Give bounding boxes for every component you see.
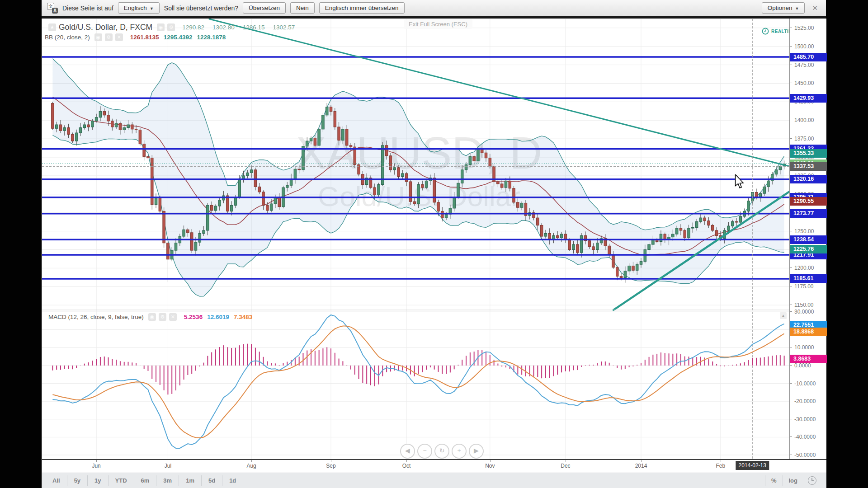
macd-tag-hist: 3.8683 [790, 355, 827, 363]
chevron-down-icon: ▼ [795, 6, 799, 11]
chart-nav-buttons: ◀−↻+▶ [400, 444, 484, 459]
ohlc-value: 1302.57 [273, 24, 295, 31]
gear-icon[interactable]: ⚙ [167, 23, 175, 31]
gear-icon[interactable]: ⚙ [159, 313, 166, 321]
time-axis-tick [96, 460, 97, 462]
price-tag-bbu: 1225.76 [790, 245, 827, 253]
eye-icon[interactable]: ◉ [157, 23, 165, 31]
pane-collapse-icon[interactable]: ▲ [780, 312, 787, 319]
price-axis-label: 1500.00 [790, 43, 814, 50]
star-icon[interactable]: ★ [48, 23, 56, 31]
bb-value: 1261.8135 [130, 34, 159, 41]
price-tag-level: 1273.77 [790, 209, 827, 218]
translate-icon: 文 A [47, 3, 58, 14]
reset-button[interactable]: ↻ [434, 444, 449, 459]
chart-app: XAUUSD, D Gold/U.S. Dollar ★ Gold/U.S. D… [42, 19, 826, 488]
mouse-cursor [735, 174, 745, 189]
macd-values: 5.253612.60197.3483 [179, 313, 252, 321]
macd-value: 5.2536 [184, 314, 203, 320]
bottom-toolbar: All5y1yYTD6m3m1m5d1d %log [42, 473, 826, 488]
time-axis-tick [566, 460, 566, 462]
price-tag-level: 1429.93 [790, 94, 827, 103]
zoom-out-button[interactable]: − [417, 444, 432, 459]
range-button-5y[interactable]: 5y [67, 475, 88, 486]
price-tag-level: 1485.70 [790, 53, 827, 61]
time-axis-month-label: Oct [402, 463, 411, 469]
gear-icon[interactable]: ⚙ [105, 33, 113, 41]
close-icon[interactable]: ✕ [169, 313, 177, 321]
time-axis-month-label: Nov [485, 463, 495, 469]
ohlc-value: 1302.80 [212, 24, 235, 31]
close-icon[interactable]: ✕ [809, 4, 821, 12]
macd-tag-signal: 18.8868 [790, 328, 827, 336]
always-translate-button[interactable]: Englisch immer übersetzen [319, 2, 405, 14]
price-axis-label: 1250.00 [790, 228, 814, 235]
macd-axis-label: -40.0000 [790, 434, 816, 440]
exit-fullscreen-tooltip: Exit Full Screen (ESC) [404, 19, 472, 29]
range-button-5d[interactable]: 5d [202, 475, 222, 486]
bb-label: BB (20, close, 2) [45, 34, 90, 41]
session-clock-icon[interactable] [808, 476, 816, 485]
translate-question-label: Soll sie übersetzt werden? [164, 5, 238, 12]
translate-prefix-label: Diese Seite ist auf [62, 5, 113, 12]
price-tag-level: 1185.61 [790, 274, 827, 283]
right-bezel [826, 0, 868, 488]
ohlc-values: 1290.821302.801286.151302.57 [182, 24, 303, 31]
range-button-3m[interactable]: 3m [156, 475, 179, 486]
macd-axis-label: -30.0000 [790, 416, 816, 422]
left-bezel [0, 0, 42, 488]
translate-bar: 文 A Diese Seite ist auf Englisch▼ Soll s… [42, 0, 826, 16]
price-axis-label: 1150.00 [790, 302, 814, 308]
eye-icon[interactable]: ◉ [148, 313, 156, 321]
time-axis-tick [168, 460, 168, 462]
price-tag-level: 1238.54 [790, 235, 827, 244]
time-axis-tick [721, 460, 721, 462]
time-axis-tick [331, 460, 331, 462]
time-axis[interactable]: JunJulAugSepOctNovDec2014Feb2014-02-13 [42, 459, 826, 473]
range-button-1y[interactable]: 1y [88, 475, 108, 486]
macd-axis-label: -20.0000 [790, 398, 816, 404]
translate-icon-front: A [52, 8, 58, 14]
price-tag-level: 1320.16 [790, 175, 827, 183]
price-tag-bbb: 1290.55 [790, 197, 827, 206]
screen: 文 A Diese Seite ist auf Englisch▼ Soll s… [0, 0, 868, 488]
macd-value: 7.3483 [234, 314, 252, 320]
macd-value: 12.6019 [207, 314, 229, 320]
price-axis[interactable]: 1150.001175.001200.001225.001250.001275.… [789, 19, 826, 459]
price-axis-label: 1525.00 [790, 25, 814, 31]
scale-button-percent[interactable]: % [765, 475, 783, 486]
time-axis-tick [406, 460, 407, 462]
options-dropdown[interactable]: Optionen▼ [762, 2, 805, 14]
ohlc-value: 1290.82 [182, 24, 204, 31]
macd-axis-label: -10.0000 [790, 380, 816, 387]
language-dropdown[interactable]: Englisch▼ [118, 2, 160, 14]
translate-button[interactable]: Übersetzen [243, 2, 286, 14]
close-icon[interactable]: ✕ [115, 33, 123, 41]
eye-icon[interactable]: ◉ [94, 33, 102, 41]
price-axis-label: 1175.00 [790, 283, 814, 290]
range-button-1m[interactable]: 1m [179, 475, 202, 486]
range-button-all[interactable]: All [46, 475, 67, 486]
scroll-right-button[interactable]: ▶ [469, 444, 484, 459]
range-button-ytd[interactable]: YTD [108, 475, 134, 486]
ohlc-value: 1286.15 [243, 24, 265, 31]
macd-label: MACD (12, 26, close, 9, false, true) [48, 314, 144, 320]
chart-canvas[interactable] [42, 19, 789, 459]
time-axis-tick [641, 460, 642, 462]
range-button-6m[interactable]: 6m [134, 475, 157, 486]
time-axis-month-label: Feb [716, 463, 726, 469]
zoom-in-button[interactable]: + [452, 444, 467, 459]
scroll-left-button[interactable]: ◀ [400, 444, 415, 459]
price-axis-label: 1375.00 [790, 136, 814, 142]
time-axis-month-label: 2014 [635, 463, 647, 469]
bb-value: 1228.1878 [197, 34, 226, 41]
bb-indicator-header: BB (20, close, 2) ◉ ⚙ ✕ 1261.81351295.43… [45, 33, 226, 41]
bb-value: 1295.4392 [164, 34, 193, 41]
time-axis-tick [251, 460, 252, 462]
chevron-down-icon: ▼ [150, 6, 154, 11]
scale-button-log[interactable]: log [783, 475, 804, 486]
price-axis-label: 1475.00 [790, 62, 814, 68]
symbol-title: Gold/U.S. Dollar, D, FXCM [59, 23, 152, 32]
no-button[interactable]: Nein [290, 2, 315, 14]
range-button-1d[interactable]: 1d [222, 475, 243, 486]
